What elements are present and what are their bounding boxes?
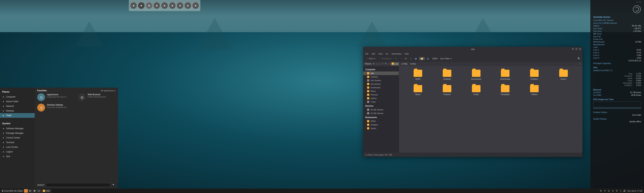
sidebar-bookmark-dropbox[interactable]: Dropbox	[363, 123, 399, 127]
favorite-appearance[interactable]: ◎AppearanceCustomize the look of …	[37, 93, 75, 101]
dock-skype-icon[interactable]: ●	[192, 2, 199, 9]
dock-firefox-icon[interactable]: ●	[130, 2, 137, 9]
menu-edit[interactable]: Edit	[372, 53, 375, 55]
tray-network-icon[interactable]: ⇵	[616, 190, 618, 192]
chevron-down-icon[interactable]: ▾	[390, 57, 392, 60]
tray-update-icon[interactable]: ⟳	[604, 190, 606, 192]
breadcrumb-.config[interactable]: .config	[400, 62, 408, 65]
stop-icon[interactable]: ◉	[426, 57, 430, 60]
folder-public[interactable]: Public	[462, 85, 490, 95]
folder-music[interactable]: Music	[404, 85, 432, 95]
sidebar-bookmark-insync[interactable]: Insync	[363, 127, 399, 130]
tray-dropbox-icon[interactable]: ⧉	[608, 190, 610, 192]
search-go-button[interactable]: 🔍	[112, 183, 116, 187]
path-edit-icon[interactable]: ✎	[385, 63, 387, 65]
tray-insync-icon[interactable]: ◎	[612, 190, 614, 192]
forward-button[interactable]: → Forward ▾	[378, 57, 393, 60]
tray-bluetooth-icon[interactable]: ᛒ	[620, 190, 622, 192]
sidebar-computer-erik[interactable]: erik	[363, 71, 399, 75]
location-chip[interactable]: 📁	[419, 57, 425, 60]
chevron-down-icon[interactable]: ▾	[450, 57, 452, 60]
remove-icon[interactable]: －	[399, 57, 403, 60]
add-icon[interactable]: ＋	[394, 57, 398, 60]
window-titlebar[interactable]: erik	[363, 47, 582, 52]
places-item-trash[interactable]: ●Trash	[0, 113, 35, 118]
places-item-computer[interactable]: ●Computer	[0, 95, 35, 99]
system-item-terminal[interactable]: ●Terminal	[0, 140, 35, 145]
system-item-logout[interactable]: ●Logout	[0, 149, 35, 154]
dock-files-icon[interactable]: ●	[169, 2, 176, 9]
places-item-network[interactable]: ●Network	[0, 104, 35, 108]
system-item-package-manager[interactable]: ●Package Manager	[0, 131, 35, 136]
show-desktop-button[interactable]: ▭	[24, 189, 28, 193]
quick-files-icon[interactable]: 🗀	[37, 189, 41, 193]
favorite-web-browser[interactable]: ◎Web BrowserFirefox Web Browser	[78, 93, 116, 101]
sidebar-computer-videos[interactable]: Videos	[363, 96, 399, 100]
folder-dropbox[interactable]: Dropbox	[521, 70, 548, 80]
system-item-lock-screen[interactable]: ●Lock Screen	[0, 145, 35, 149]
menu-bookmarks[interactable]: Bookmarks	[392, 53, 402, 55]
places-item-home-folder[interactable]: ●Home Folder	[0, 99, 35, 104]
computer-icon[interactable]: ▣	[414, 57, 418, 60]
home-icon[interactable]: ⌂	[409, 57, 413, 60]
start-button[interactable]: ◉ Linux Mint 18.1 Mate	[1, 189, 24, 193]
folder-videos[interactable]: Videos	[521, 85, 548, 95]
folder-data[interactable]: DATA	[404, 70, 432, 80]
reload-icon[interactable]: ⟳	[404, 57, 408, 60]
breadcrumb-erik[interactable]: erik	[391, 62, 399, 66]
sidebar-computer-music[interactable]: Music	[363, 89, 399, 93]
path-back-icon[interactable]: ◂	[376, 63, 377, 65]
path-fwd-icon[interactable]: ▸	[379, 63, 380, 65]
quick-firefox-icon[interactable]: ◐	[28, 189, 32, 193]
back-button[interactable]: ← Back ▾	[365, 57, 376, 60]
window-minimize-button[interactable]	[572, 48, 574, 50]
tray-shield-icon[interactable]: ⛨	[600, 190, 602, 192]
sidebar-computer-trash[interactable]: Trash	[363, 100, 399, 104]
taskbar-clock[interactable]: Sun Jan 8, 17:16	[627, 190, 642, 192]
dock-terminal-icon[interactable]: ●	[146, 2, 152, 9]
folder-documents[interactable]: Documents	[462, 70, 490, 80]
zoom-level[interactable]: 100%	[431, 57, 439, 60]
folder-downloads[interactable]: Downloads	[492, 70, 519, 80]
sidebar-bookmark-data[interactable]: DATA	[363, 119, 399, 123]
sidebar-computer-downloads[interactable]: Downloads	[363, 86, 399, 89]
system-item-software-manager[interactable]: ●Software Manager	[0, 126, 35, 131]
dock-steam-icon[interactable]: ●	[138, 2, 144, 9]
path-next-icon[interactable]: ▸	[580, 63, 581, 65]
taskbar-task-erik[interactable]: erik	[41, 189, 51, 193]
folder-desktop[interactable]: Desktop	[434, 70, 461, 80]
quick-terminal-icon[interactable]: ▣	[32, 189, 36, 193]
path-prev-icon[interactable]: ◂	[388, 63, 389, 65]
favorite-desktop-settings[interactable]: ◎Desktop SettingsFine-tune desktop sett…	[37, 104, 75, 112]
search-icon[interactable]: 🔍	[577, 57, 581, 60]
dock-screenshot-icon[interactable]: ●	[177, 2, 183, 9]
sidebar-computer-desktop[interactable]: Desktop	[363, 75, 399, 79]
folder-insync[interactable]: Insync	[550, 70, 577, 80]
tray-volume-icon[interactable]: 🔊	[624, 190, 626, 192]
system-item-control-center[interactable]: ●Control Center	[0, 136, 35, 140]
folder-templates[interactable]: Templates	[492, 85, 519, 95]
breadcrumb-conky[interactable]: conky	[409, 62, 417, 65]
path-places-label[interactable]: Places	[365, 63, 371, 65]
sidebar-device-82-gb-volume[interactable]: 82 GB Volume	[363, 112, 399, 115]
all-applications-link[interactable]: All applications ▸	[101, 90, 116, 92]
file-view[interactable]: DATADesktopDocumentsDownloadsDropboxInsy…	[399, 66, 582, 153]
dock-sublime-icon[interactable]: ●	[184, 2, 191, 9]
sidebar-computer-pictures[interactable]: Pictures	[363, 93, 399, 96]
view-mode-select[interactable]: Icon View	[440, 57, 449, 60]
menu-file[interactable]: File	[365, 53, 368, 55]
chevron-down-icon[interactable]: ▾	[373, 63, 374, 65]
dock-twitter-icon[interactable]: ●	[161, 2, 168, 9]
folder-pictures[interactable]: Pictures	[434, 85, 461, 95]
places-item-desktop[interactable]: ●Desktop	[0, 108, 35, 113]
search-input[interactable]	[46, 183, 110, 187]
menu-view[interactable]: View	[378, 53, 383, 55]
sidebar-device-84-gb-volume[interactable]: 84 GB Volume	[363, 108, 399, 112]
sidebar-computer-file-system[interactable]: File System	[363, 79, 399, 82]
window-close-button[interactable]	[579, 48, 581, 50]
sidebar-computer-documents[interactable]: Documents	[363, 82, 399, 86]
window-maximize-button[interactable]	[575, 48, 578, 50]
dock-chromium-icon[interactable]: ●	[154, 2, 160, 9]
chevron-down-icon[interactable]: ▾	[374, 57, 376, 60]
menu-help[interactable]: Help	[405, 53, 409, 55]
